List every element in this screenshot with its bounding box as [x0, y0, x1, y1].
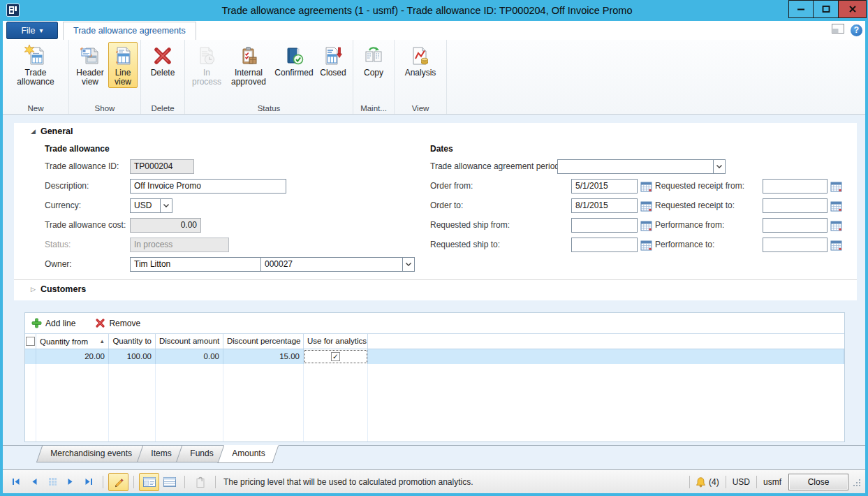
line-view-icon [112, 45, 134, 67]
tab-trade-allowance-agreements[interactable]: Trade allowance agreements [63, 22, 196, 41]
cell-discount-amount[interactable]: 0.00 [156, 349, 223, 364]
tab-merchandising-events[interactable]: Merchandising events [36, 446, 146, 462]
bell-icon [695, 476, 707, 488]
column-header-discount-percentage[interactable]: Discount percentage [223, 334, 304, 349]
nav-grid-button[interactable] [43, 474, 61, 490]
resize-grip[interactable] [853, 479, 861, 489]
calendar-icon [830, 200, 842, 212]
order-to-label: Order to: [430, 198, 463, 213]
file-button-label: File [21, 26, 35, 36]
in-process-button[interactable]: In process [188, 42, 226, 88]
column-header-quantity-to[interactable]: Quantity to [109, 334, 156, 349]
grid-empty-area[interactable] [25, 364, 844, 442]
requested-ship-to-calendar-button[interactable] [640, 238, 653, 251]
general-section-header[interactable]: ◢ General [31, 126, 73, 136]
closed-button[interactable]: Closed [316, 42, 350, 78]
statusbar-separator [215, 476, 216, 488]
section-collapsed-icon: ▷ [31, 286, 36, 293]
header-view-button[interactable]: Header view [72, 42, 108, 88]
company-indicator[interactable]: usmf [762, 477, 783, 487]
column-header-quantity-from[interactable]: Quantity from ▲ [36, 334, 109, 349]
column-header-use-for-analytics[interactable]: Use for analytics [304, 334, 368, 349]
statusbar-separator [726, 476, 726, 488]
owner-dropdown-button[interactable] [402, 257, 415, 272]
in-process-icon [196, 45, 218, 67]
customers-section-header[interactable]: ▷ Customers [31, 284, 86, 294]
requested-receipt-to-field[interactable] [763, 198, 827, 213]
trade-allowance-button[interactable]: Trade allowance [8, 42, 63, 88]
minimize-button[interactable] [788, 0, 814, 18]
trade-allowance-id-field[interactable]: TP000204 [130, 159, 194, 174]
close-form-button[interactable]: Close [788, 474, 848, 490]
requested-receipt-from-calendar-button[interactable] [830, 180, 843, 193]
confirmed-button-label: Confirmed [274, 68, 313, 78]
performance-to-field[interactable] [763, 238, 827, 252]
remove-button[interactable]: Remove [95, 318, 140, 328]
agreement-period-dropdown-button[interactable] [713, 159, 726, 174]
chevron-down-icon [163, 203, 170, 208]
requested-receipt-from-field[interactable] [763, 179, 827, 194]
requested-ship-to-field[interactable] [571, 238, 638, 252]
order-from-field[interactable]: 5/1/2015 [571, 179, 638, 194]
layout-panes-button[interactable] [832, 24, 844, 36]
table-row[interactable]: 20.00 100.00 0.00 15.00 ✓ [25, 349, 844, 364]
ribbon-group-view: Analysis View [395, 40, 447, 114]
requested-ship-from-field[interactable] [571, 218, 638, 233]
order-to-field[interactable]: 8/1/2015 [571, 198, 638, 213]
maximize-button[interactable] [814, 0, 839, 18]
status-label: Status: [45, 238, 71, 252]
close-button[interactable] [839, 0, 867, 18]
order-to-calendar-button[interactable] [640, 199, 653, 212]
select-all-checkbox[interactable] [26, 337, 35, 346]
currency-indicator[interactable]: USD [731, 477, 751, 487]
performance-from-calendar-button[interactable] [830, 219, 843, 232]
general-section-title: General [41, 126, 73, 136]
performance-to-calendar-button[interactable] [830, 238, 843, 251]
use-for-analytics-checkbox[interactable]: ✓ [331, 352, 340, 361]
nav-previous-button[interactable] [25, 474, 43, 490]
cell-quantity-to[interactable]: 100.00 [109, 349, 156, 364]
grid-header-row: Quantity from ▲ Quantity to Discount amo… [25, 334, 844, 349]
cell-use-for-analytics[interactable]: ✓ [304, 349, 368, 364]
add-line-button[interactable]: Add line [31, 318, 75, 328]
cell-quantity-from[interactable]: 20.00 [36, 349, 109, 364]
statusbar-separator [689, 476, 690, 488]
owner-id-field[interactable]: 000027 [260, 257, 403, 272]
trade-allowance-cost-label: Trade allowance cost: [45, 218, 126, 233]
ribbon: Trade allowance New Header view [3, 40, 865, 115]
form-view-icon [143, 477, 156, 487]
owner-name-field[interactable]: Tim Litton [130, 257, 261, 272]
requested-ship-from-label: Requested ship from: [430, 218, 510, 233]
nav-previous-icon [29, 477, 39, 486]
form-view-button[interactable] [139, 473, 159, 491]
copy-button[interactable]: Copy [359, 42, 388, 78]
cell-discount-percentage[interactable]: 15.00 [223, 349, 304, 364]
line-view-button[interactable]: Line view [108, 42, 138, 88]
column-header-discount-amount[interactable]: Discount amount [156, 334, 223, 349]
nav-next-button[interactable] [61, 474, 80, 490]
file-button[interactable]: File ▾ [6, 22, 58, 39]
requested-receipt-to-calendar-button[interactable] [830, 199, 843, 212]
internal-approved-button[interactable]: Internal approved [226, 42, 272, 88]
delete-button[interactable]: Delete [147, 42, 179, 78]
agreement-period-field[interactable] [557, 159, 714, 174]
grid-view-button[interactable] [159, 473, 179, 491]
edit-record-button[interactable] [108, 473, 128, 491]
performance-from-field[interactable] [763, 218, 827, 233]
analysis-button[interactable]: Analysis [402, 42, 440, 78]
calendar-icon [640, 181, 652, 192]
notifications-button[interactable]: (4) [695, 476, 721, 488]
trade-allowance-cost-field[interactable]: 0.00 [130, 218, 201, 233]
tab-amounts[interactable]: Amounts [218, 445, 279, 463]
nav-last-button[interactable] [80, 474, 98, 490]
requested-ship-from-calendar-button[interactable] [640, 219, 653, 232]
help-button[interactable]: ? [851, 24, 862, 36]
order-from-calendar-button[interactable] [640, 180, 653, 193]
nav-first-button[interactable] [7, 474, 25, 490]
currency-dropdown-button[interactable] [160, 198, 172, 213]
currency-field[interactable]: USD [130, 198, 161, 213]
description-field[interactable]: Off Invoice Promo [130, 179, 286, 194]
confirmed-button[interactable]: Confirmed [272, 42, 316, 78]
attachments-button[interactable] [190, 473, 210, 491]
row-select-cell[interactable] [25, 349, 36, 364]
